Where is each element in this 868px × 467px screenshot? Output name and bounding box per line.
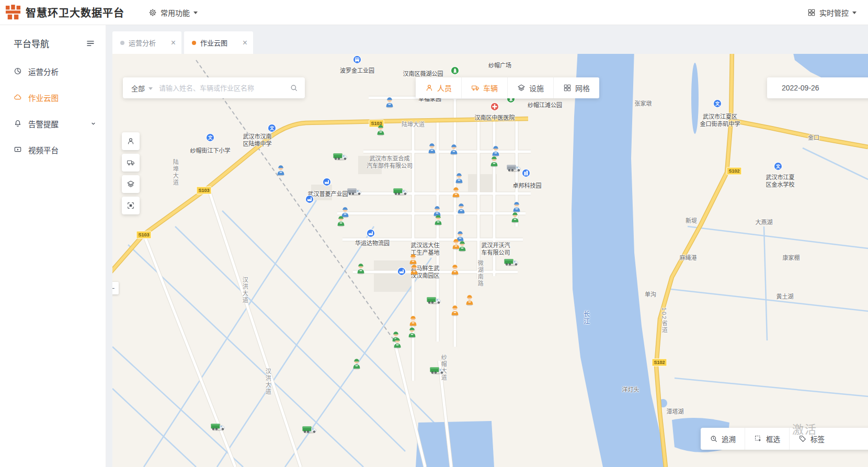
worker-marker[interactable] — [356, 263, 366, 277]
worker-marker[interactable] — [336, 215, 346, 229]
poi-factory-marker[interactable] — [305, 195, 314, 206]
worker-marker[interactable] — [433, 214, 443, 228]
layer-toggle-bar: 人员 车辆 设施 网格 — [416, 77, 599, 98]
vehicle-marker[interactable] — [210, 422, 226, 433]
worker-marker[interactable] — [450, 304, 460, 318]
map-canvas[interactable]: 波罗金工业园汉南区薇湖公园纱帽广场幸福家园汉南区中医医院纱帽江滩公园武汉市汉南 … — [112, 54, 868, 467]
trace-icon — [710, 435, 718, 443]
poi-park-marker[interactable] — [451, 66, 460, 77]
tab-bar: 运营分析 × 作业云图 × — [106, 25, 868, 54]
worker-marker[interactable] — [451, 186, 461, 200]
sidebar-item-operation-analysis[interactable]: 运营分析 — [0, 58, 106, 84]
worker-marker[interactable] — [510, 211, 520, 225]
date-value: 2022-09-26 — [782, 84, 819, 92]
layer-toggle-label: 车辆 — [483, 83, 498, 93]
poi-school-marker[interactable]: 文 — [206, 133, 215, 144]
poi-hospital-marker[interactable] — [490, 102, 499, 113]
map-tool-label: 框选 — [766, 434, 780, 444]
vehicle-marker[interactable] — [302, 425, 317, 436]
vehicle-marker[interactable] — [426, 295, 442, 306]
worker-marker[interactable] — [458, 240, 467, 254]
poi-school-marker[interactable]: 文 — [268, 123, 277, 134]
sidebar-item-video-platform[interactable]: 视频平台 — [0, 136, 106, 163]
poi-bus-marker[interactable] — [353, 55, 362, 66]
mode-switch-realtime[interactable]: 实时管控 — [807, 7, 856, 18]
map-search-bar: 全部 — [123, 77, 305, 98]
worker-marker[interactable] — [352, 358, 362, 372]
layer-toggle-facilities[interactable]: 设施 — [507, 77, 553, 98]
vehicle-marker[interactable] — [429, 366, 445, 377]
mode-switch-label: 实时管控 — [819, 7, 849, 18]
quick-functions-menu[interactable]: 常用功能 — [149, 7, 198, 18]
poi-school-marker[interactable]: 文 — [774, 162, 783, 173]
worker-marker[interactable] — [393, 337, 403, 351]
vehicle-marker[interactable] — [393, 187, 408, 198]
zoom-out-button[interactable]: − — [112, 282, 119, 294]
vehicle-marker[interactable] — [504, 257, 519, 268]
worker-marker[interactable] — [454, 172, 464, 186]
map-tool-box-select[interactable]: 框选 — [745, 428, 789, 450]
vehicle-marker[interactable] — [347, 187, 362, 198]
poi-tech-marker[interactable] — [522, 168, 531, 179]
worker-marker[interactable] — [407, 326, 417, 340]
map-tool-label: 追溯 — [722, 434, 736, 444]
poi-factory-marker[interactable] — [367, 229, 375, 240]
sidebar-item-label: 作业云图 — [28, 92, 59, 103]
sidebar-title: 平台导航 — [14, 37, 49, 50]
quick-functions-label: 常用功能 — [161, 7, 190, 18]
tab-work-cloud-map[interactable]: 作业云图 × — [184, 31, 253, 54]
tab-label: 运营分析 — [129, 38, 156, 48]
worker-marker[interactable] — [456, 202, 466, 217]
worker-marker[interactable] — [450, 264, 460, 278]
worker-marker[interactable] — [385, 96, 395, 110]
close-icon[interactable]: × — [171, 39, 176, 47]
search-category-label: 全部 — [131, 83, 145, 93]
tab-status-dot — [192, 41, 196, 45]
date-picker[interactable]: 2022-09-26 — [767, 77, 868, 98]
poi-factory-marker[interactable] — [323, 177, 332, 188]
close-icon[interactable]: × — [243, 39, 247, 47]
search-category-dropdown[interactable]: 全部 — [123, 83, 159, 93]
sidebar-item-label: 运营分析 — [28, 66, 59, 77]
layer-toggle-label: 设施 — [529, 83, 544, 93]
map-tool-area-select[interactable] — [122, 197, 140, 214]
pie-icon — [14, 67, 22, 75]
collapse-menu-icon[interactable] — [86, 39, 95, 48]
chevron-down-icon — [89, 120, 97, 128]
poi-school-marker[interactable]: 文 — [713, 99, 722, 110]
map-tool-trace[interactable]: 追溯 — [701, 428, 745, 450]
caret-down-icon — [149, 87, 153, 90]
vehicle-marker[interactable] — [506, 163, 522, 174]
map-tool-vehicle-layer[interactable] — [122, 154, 140, 172]
worker-marker[interactable] — [276, 164, 286, 178]
map-tool-person-layer[interactable] — [122, 132, 140, 150]
layer-toggle-personnel[interactable]: 人员 — [416, 77, 461, 98]
worker-marker[interactable] — [427, 142, 437, 156]
sidebar-item-label: 视频平台 — [28, 144, 59, 155]
layer-toggle-vehicles[interactable]: 车辆 — [461, 77, 507, 98]
video-icon — [14, 145, 22, 154]
worker-marker[interactable] — [409, 264, 419, 278]
worker-marker[interactable] — [465, 294, 475, 308]
layer-toggle-grid[interactable]: 网格 — [553, 77, 599, 98]
svg-text:文: 文 — [208, 135, 213, 140]
cloud-icon — [14, 93, 22, 101]
sidebar-nav: 运营分析 作业云图 告警提醒 视频平台 — [0, 58, 106, 163]
layers-icon — [127, 180, 135, 188]
sidebar-item-label: 告警提醒 — [28, 118, 59, 129]
worker-marker[interactable] — [489, 155, 499, 169]
map-tool-layer-switcher[interactable] — [122, 175, 140, 193]
tab-operation-analysis[interactable]: 运营分析 × — [112, 31, 181, 54]
worker-marker[interactable] — [449, 143, 459, 157]
caret-down-icon — [852, 12, 856, 14]
search-input[interactable] — [159, 77, 283, 98]
search-button[interactable] — [283, 77, 305, 98]
page-title: 智慧环卫大数据平台 — [26, 5, 124, 20]
vehicle-marker[interactable] — [333, 152, 348, 163]
app-header: 智慧环卫大数据平台 常用功能 实时管控 — [0, 0, 868, 25]
sidebar-item-work-cloud-map[interactable]: 作业云图 — [0, 84, 106, 110]
map-watermark: 激活 — [792, 420, 817, 437]
sidebar-item-alert-reminder[interactable]: 告警提醒 — [0, 110, 106, 136]
worker-marker[interactable] — [376, 124, 386, 138]
poi-factory-marker[interactable] — [397, 267, 406, 278]
